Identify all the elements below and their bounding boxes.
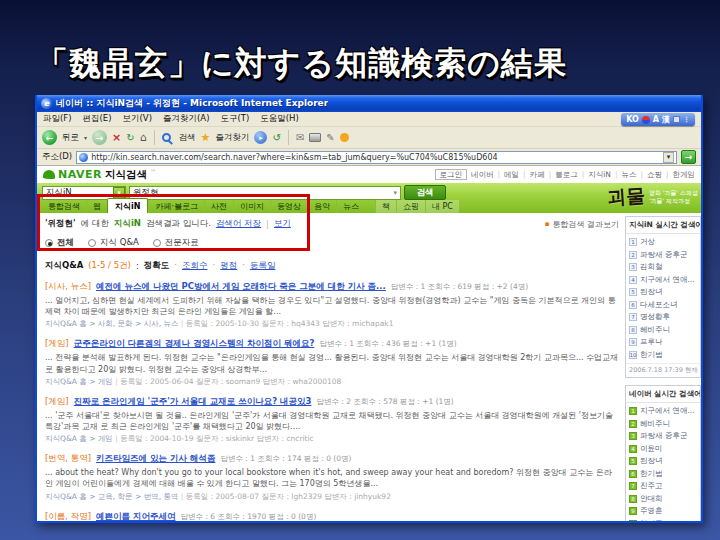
sort-views[interactable]: 조회수 <box>174 260 207 272</box>
refresh-button[interactable] <box>126 132 134 143</box>
keyword-item[interactable]: 5된장녀 <box>629 455 697 468</box>
address-input[interactable]: http://kin.search.naver.com/search.naver… <box>76 151 677 164</box>
header-link-blog[interactable]: 블로그 <box>549 170 578 180</box>
promo-movie-title[interactable]: 괴물 <box>607 184 646 210</box>
rank-badge: 7 <box>629 313 637 321</box>
go-button[interactable] <box>681 150 696 164</box>
search-icon[interactable] <box>162 133 171 142</box>
login-button[interactable]: 로그인 <box>435 169 468 180</box>
keyword-item[interactable]: 7진주고 <box>629 480 697 493</box>
ime-language-bar[interactable]: KO A 漢 ⋮ <box>621 113 695 126</box>
forward-button[interactable] <box>92 130 107 145</box>
langbar-grip-icon[interactable]: ⋮ <box>683 116 690 124</box>
toolbar-divider <box>154 130 155 145</box>
keyword-item[interactable]: 9프루나 <box>629 336 697 349</box>
mail-button[interactable] <box>296 132 304 143</box>
sidebar-timestamp: 2006.7.18 17:39 현재 <box>626 363 700 377</box>
keyword-item[interactable]: 4이윤미 <box>629 443 697 456</box>
header-link-naver[interactable]: 네이버 <box>471 170 494 180</box>
favorites-button-label[interactable]: 즐겨찾기 <box>215 132 249 144</box>
sort-date[interactable]: 등록일 <box>242 260 275 272</box>
address-dropdown-icon[interactable]: ▾ <box>663 152 674 163</box>
keyword-item[interactable]: 4지구에서 연애... <box>629 274 697 287</box>
rank-badge: 6 <box>629 301 637 309</box>
keyword-item[interactable]: 2헤비주니 <box>629 418 697 431</box>
header-link-hangame[interactable]: 한게임 <box>666 170 695 180</box>
result-title-link[interactable]: 예전에 뉴스에 나왔던 PC방에서 게임 오래하다 죽은 그분에 대한 기사 좀… <box>96 281 386 293</box>
header-link-news[interactable]: 뉴스 <box>615 170 637 180</box>
header-link-shopping[interactable]: 쇼핑 <box>640 170 662 180</box>
red-annotation-box <box>37 194 310 251</box>
edit-button[interactable] <box>326 132 334 143</box>
keyword-item[interactable]: 10엄기준 <box>629 518 697 522</box>
query-dropdown-icon[interactable]: ▾ <box>393 189 397 197</box>
service-title[interactable]: 지식검색 <box>105 168 147 182</box>
header-link-cafe[interactable]: 카페 <box>523 170 545 180</box>
menu-tools[interactable]: 도구(T) <box>220 113 249 125</box>
tab-my-pc[interactable]: 내 PC <box>425 200 459 213</box>
hanja-key-label[interactable]: 漢 <box>662 114 670 125</box>
back-button-label[interactable]: 뒤로 <box>62 132 79 144</box>
back-dropdown-icon[interactable]: ▾ <box>84 134 87 141</box>
menu-view[interactable]: 보기(V) <box>123 113 152 125</box>
result-title-link[interactable]: 예쁜이름 지어주세여 <box>96 511 175 522</box>
keyword-item[interactable]: 6다세포소녀 <box>629 299 697 312</box>
back-button[interactable] <box>42 130 57 145</box>
history-button[interactable] <box>272 132 280 143</box>
search-button-label[interactable]: 검색 <box>179 132 196 144</box>
result-stats: 답변수 : 1 조회수 : 436 평점 : +1 (1명) <box>319 339 456 349</box>
keyword-item[interactable]: 1지구에서 연애... <box>629 405 697 418</box>
window-title: 네이버 :: 지식iN검색 - 위정현 - Microsoft Internet… <box>56 97 328 110</box>
stop-button[interactable] <box>112 131 121 144</box>
menu-favorites[interactable]: 즐겨찾기(A) <box>163 113 209 125</box>
keyword-item[interactable]: 3파랑새 증후군 <box>629 430 697 443</box>
keyword-item[interactable]: 2파랑새 증후군 <box>629 249 697 262</box>
keyword-item[interactable]: 1거상 <box>629 236 697 249</box>
result-title-link[interactable]: 군주온라인이 다른겜의 경제나 경영시스템의 차이점이 뭐에요? <box>74 338 315 350</box>
ime-mode-label[interactable]: A <box>653 115 659 124</box>
home-button[interactable] <box>140 131 147 144</box>
naver-logo[interactable]: NAVER <box>58 168 102 181</box>
rank-badge: 2 <box>629 420 637 428</box>
result-breadcrumb[interactable]: 지식Q&A 홈 > 교육, 학문 > 번역, 통역 <box>45 492 178 501</box>
keyword-item[interactable]: 3김희철 <box>629 261 697 274</box>
result-title-link[interactable]: 키즈타임즈에 있는 기사 해석좀 <box>96 453 215 465</box>
media-button[interactable] <box>254 131 267 144</box>
messenger-button[interactable] <box>340 133 349 142</box>
address-url[interactable]: http://kin.search.naver.com/search.naver… <box>91 153 497 162</box>
sort-rating[interactable]: 평점 <box>213 260 238 272</box>
keyword-item[interactable]: 7명성황후 <box>629 311 697 324</box>
promo-caption-line2[interactable]: '괴물' 제작과정 <box>649 197 698 205</box>
keyword-item[interactable]: 8헤비주니 <box>629 324 697 337</box>
keyword-item[interactable]: 5된장녀 <box>629 286 697 299</box>
ime-settings-icon[interactable] <box>673 116 680 123</box>
print-button[interactable] <box>309 133 321 142</box>
ime-locale-label[interactable]: KO <box>626 115 639 124</box>
keyword-item[interactable]: 9주영훈 <box>629 505 697 518</box>
promo-banner[interactable]: 괴물 영화 '괴물' 스페셜 '괴물' 제작과정 <box>607 184 698 210</box>
menu-edit[interactable]: 편집(E) <box>83 113 112 125</box>
result-breadcrumb[interactable]: 지식Q&A 홈 > 게임 <box>45 377 113 386</box>
ie-window: 네이버 :: 지식iN검색 - 위정현 - Microsoft Internet… <box>35 95 703 523</box>
result-breadcrumb[interactable]: 지식Q&A 홈 > 사회, 문화 > 시사, 뉴스 <box>45 319 178 328</box>
keyword-item[interactable]: 10한기범 <box>629 349 697 362</box>
tab-shopping[interactable]: 쇼핑 <box>396 200 425 213</box>
integrated-results-link[interactable]: ▪ 통합검색 결과보기 <box>545 219 619 230</box>
tab-news[interactable]: 뉴스 <box>336 200 365 213</box>
window-titlebar[interactable]: 네이버 :: 지식iN검색 - 위정현 - Microsoft Internet… <box>37 95 701 112</box>
sort-accuracy[interactable]: 정확도 <box>144 260 170 272</box>
menu-file[interactable]: 파일(F) <box>43 113 72 125</box>
korean-ime-icon[interactable] <box>642 116 650 124</box>
result-title-link[interactable]: 진짜로 온라인게임 '군주'가 서울대 교재로 쓰이나요? 내공있3 <box>74 396 312 408</box>
menu-help[interactable]: 도움말(H) <box>260 113 299 125</box>
address-label: 주소(D) <box>42 151 72 163</box>
tab-music[interactable]: 음악 <box>307 200 336 213</box>
promo-caption-line1[interactable]: 영화 '괴물' 스페셜 <box>649 189 698 197</box>
keyword-item[interactable]: 8안대희 <box>629 493 697 506</box>
result-breadcrumb[interactable]: 지식Q&A 홈 > 게임 <box>45 434 113 443</box>
header-link-kin[interactable]: 지식iN <box>582 170 611 180</box>
tab-book[interactable]: 책 <box>375 200 396 213</box>
keyword-item[interactable]: 6한기범 <box>629 468 697 481</box>
favorites-star-icon[interactable] <box>201 131 211 144</box>
header-link-mail[interactable]: 메일 <box>498 170 520 180</box>
